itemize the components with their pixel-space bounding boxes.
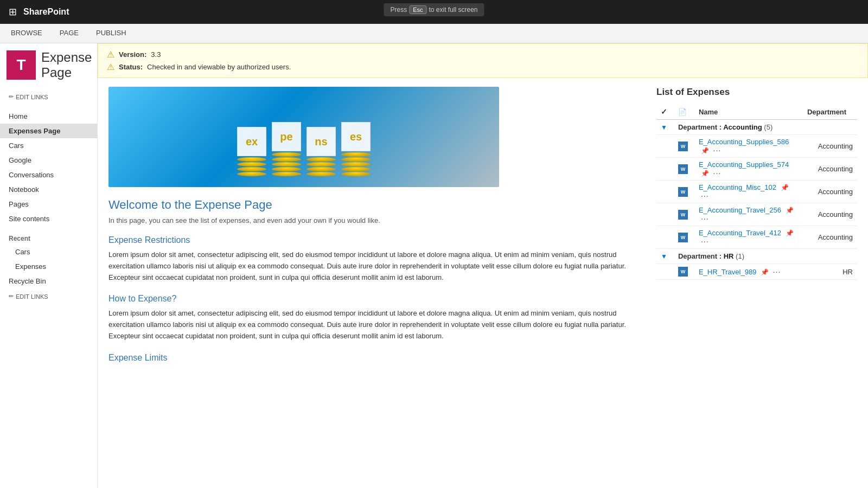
coin bbox=[307, 167, 336, 171]
top-bar: ⊞ SharePoint Press Esc to exit full scre… bbox=[0, 0, 868, 24]
sidebar-item-conversations[interactable]: Conversations bbox=[0, 168, 97, 182]
sidebar-item-pages[interactable]: Pages bbox=[0, 197, 97, 211]
file-name-cell: E_Accounting_Supplies_586 📌 ··· bbox=[694, 135, 803, 158]
coins-es bbox=[341, 152, 371, 176]
main-col: ex pe bbox=[108, 87, 643, 367]
coin bbox=[237, 162, 266, 166]
expenses-table: ✓ 📄 Name Department ▼ Department : bbox=[656, 104, 857, 280]
file-name-link[interactable]: E_Accounting_Travel_256 bbox=[699, 206, 781, 214]
dept-header-row: ▼ Department : HR (1) bbox=[656, 249, 857, 264]
dept-value: HR bbox=[843, 268, 853, 276]
file-type-icon: W bbox=[674, 264, 694, 280]
table-row: W E_Accounting_Misc_102 📌 ··· Accounting bbox=[656, 181, 857, 203]
sidebar-recent-cars[interactable]: Cars bbox=[0, 245, 97, 259]
page-layout: T Expense Page ✏ EDIT LINKS Home Expense… bbox=[0, 43, 868, 488]
sidebar-item-expenses-page[interactable]: Expenses Page bbox=[0, 124, 97, 138]
dept-collapse[interactable]: ▼ bbox=[656, 120, 674, 135]
coin-stack-ns: ns bbox=[307, 127, 336, 176]
row-check[interactable] bbox=[656, 226, 674, 249]
ribbon-publish[interactable]: PUBLISH bbox=[94, 24, 129, 43]
warning-icon-version: ⚠ bbox=[107, 49, 114, 60]
coin bbox=[237, 172, 266, 176]
sidebar-item-site-contents[interactable]: Site contents bbox=[0, 211, 97, 226]
sidebar-recycle-bin[interactable]: Recycle Bin bbox=[0, 274, 97, 288]
file-name-link[interactable]: E_HR_Travel_989 bbox=[699, 268, 756, 276]
coins-ex bbox=[237, 157, 266, 176]
sidebar-item-home[interactable]: Home bbox=[0, 109, 97, 124]
word-icon: W bbox=[678, 142, 688, 151]
file-type-icon: W bbox=[674, 158, 694, 181]
row-check[interactable] bbox=[656, 203, 674, 226]
row-check[interactable] bbox=[656, 181, 674, 203]
ellipsis-button[interactable]: ··· bbox=[711, 168, 724, 178]
file-type-icon: W bbox=[674, 226, 694, 249]
sidebar-recent-expenses[interactable]: Expenses bbox=[0, 259, 97, 274]
coin bbox=[341, 157, 371, 162]
dept-collapse[interactable]: ▼ bbox=[656, 249, 674, 264]
word-icon: W bbox=[678, 233, 688, 242]
file-name-link[interactable]: E_Accounting_Travel_412 bbox=[699, 229, 781, 237]
status-row: ⚠ Status: Checked in and viewable by aut… bbox=[107, 62, 859, 72]
file-name-cell: E_Accounting_Supplies_574 📌 ··· bbox=[694, 158, 803, 181]
coin-label-ns: ns bbox=[307, 127, 336, 156]
pin-icon: 📌 bbox=[786, 229, 794, 237]
coin bbox=[272, 162, 301, 166]
section-body-how: Lorem ipsum dolor sit amet, consectetur … bbox=[108, 308, 643, 342]
dept-value: Accounting bbox=[818, 165, 853, 173]
coin bbox=[307, 162, 336, 166]
info-banner: ⚠ Version: 3.3 ⚠ Status: Checked in and … bbox=[98, 43, 868, 78]
dept-header-label: Department bbox=[803, 104, 857, 120]
ellipsis-button[interactable]: ··· bbox=[711, 145, 724, 156]
dept-cell: Accounting bbox=[803, 203, 857, 226]
dept-header-row: ▼ Department : Accounting (5) bbox=[656, 120, 857, 135]
version-row: ⚠ Version: 3.3 bbox=[107, 49, 859, 60]
edit-links-top[interactable]: ✏ EDIT LINKS bbox=[0, 93, 59, 100]
coin-label-pe: pe bbox=[272, 122, 301, 151]
table-row: W E_Accounting_Supplies_574 📌 ··· Accoun… bbox=[656, 158, 857, 181]
dept-cell: Accounting bbox=[803, 135, 857, 158]
file-name-cell: E_Accounting_Travel_412 📌 ··· bbox=[694, 226, 803, 249]
dept-value: Accounting bbox=[818, 188, 853, 196]
file-name-cell: E_Accounting_Travel_256 📌 ··· bbox=[694, 203, 803, 226]
section-title-restrictions: Expense Restrictions bbox=[108, 235, 643, 245]
dept-cell: Accounting bbox=[803, 158, 857, 181]
sidebar-edit-links[interactable]: ✏ EDIT LINKS bbox=[0, 288, 97, 304]
coin bbox=[307, 172, 336, 176]
coins-pe bbox=[272, 152, 301, 176]
fullscreen-notice: Press Esc to exit full screen bbox=[384, 3, 484, 16]
word-icon: W bbox=[678, 210, 688, 220]
dept-cell: Accounting bbox=[803, 181, 857, 203]
coin bbox=[341, 162, 371, 166]
table-header-row: ✓ 📄 Name Department bbox=[656, 104, 857, 120]
grid-icon[interactable]: ⊞ bbox=[9, 6, 17, 18]
table-row: W E_Accounting_Supplies_586 📌 ··· Accoun… bbox=[656, 135, 857, 158]
file-icon-header: 📄 bbox=[674, 104, 694, 120]
expenses-panel-title: List of Expenses bbox=[656, 87, 857, 98]
row-check[interactable] bbox=[656, 158, 674, 181]
word-icon: W bbox=[678, 164, 688, 174]
ellipsis-button[interactable]: ··· bbox=[699, 213, 711, 224]
sidebar-nav: Home Expenses Page Cars Google Conversat… bbox=[0, 105, 97, 230]
pencil-icon-sidebar: ✏ bbox=[9, 293, 14, 300]
ellipsis-button[interactable]: ··· bbox=[699, 236, 711, 247]
dept-cell: HR bbox=[803, 264, 857, 280]
ellipsis-button[interactable]: ··· bbox=[699, 190, 711, 201]
ribbon-browse[interactable]: BROWSE bbox=[9, 24, 44, 43]
ellipsis-button[interactable]: ··· bbox=[771, 266, 783, 277]
section-title-limits: Expense Limits bbox=[108, 353, 643, 363]
sidebar-item-google[interactable]: Google bbox=[0, 153, 97, 168]
sidebar-item-notebook[interactable]: Notebook bbox=[0, 182, 97, 197]
row-check[interactable] bbox=[656, 264, 674, 280]
word-icon: W bbox=[678, 187, 688, 197]
pencil-icon: ✏ bbox=[9, 93, 14, 100]
file-name-cell: E_HR_Travel_989 📌 ··· bbox=[694, 264, 803, 280]
side-col: List of Expenses ✓ 📄 Name Department bbox=[656, 87, 857, 367]
collapse-icon: ▼ bbox=[661, 124, 667, 131]
sidebar-item-cars[interactable]: Cars bbox=[0, 138, 97, 153]
ribbon-page[interactable]: PAGE bbox=[58, 24, 81, 43]
row-check[interactable] bbox=[656, 135, 674, 158]
main-content: ex pe bbox=[98, 87, 868, 488]
coin bbox=[307, 157, 336, 162]
file-header-icon: 📄 bbox=[678, 108, 687, 116]
table-row: W E_Accounting_Travel_412 📌 ··· Accounti… bbox=[656, 226, 857, 249]
